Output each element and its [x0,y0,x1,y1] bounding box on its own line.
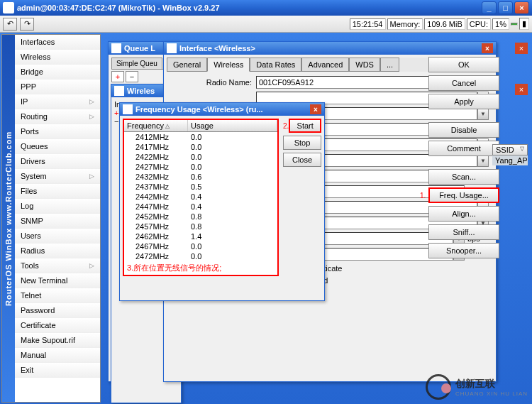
tab-advanced[interactable]: Advanced [301,58,349,72]
freq-col-frequency[interactable]: Frequency △ [124,120,188,131]
queue-add-button[interactable]: + [111,71,124,82]
freq-row[interactable]: 2467MHz0.0 [124,241,277,251]
sidebar-item-ppp[interactable]: PPP [15,80,100,94]
sidebar-item-new-terminal[interactable]: New Terminal [15,273,100,288]
button-ok[interactable]: OK [428,57,499,72]
ssid-header[interactable]: SSID▽ [492,144,528,155]
minimize-button[interactable]: _ [482,1,497,14]
sidebar-item-bridge[interactable]: Bridge [15,65,100,80]
wireless-list-icon [114,86,124,96]
button-cancel[interactable]: Cancel [428,75,499,91]
sidebar: RouterOS WinBox www.RouterClub.com Inter… [1,34,101,403]
sidebar-item-certificate[interactable]: Certificate [15,318,100,333]
freq-col-usage[interactable]: Usage [188,120,277,131]
close-button[interactable]: × [514,1,529,14]
redo-button[interactable]: ↷ [20,18,34,31]
sidebar-item-password[interactable]: Password [15,303,100,318]
ssid-row[interactable]: Yang_AP [492,155,528,165]
tab-moremoremore[interactable]: ... [380,58,399,72]
status-cpu-label: CPU: [467,18,491,30]
freq-row[interactable]: 2417MHz0.0 [124,142,277,152]
button-comment[interactable]: Comment [428,141,499,156]
button-align[interactable]: Align... [428,206,499,222]
sidebar-item-ports[interactable]: Ports [15,124,100,139]
button-sniff[interactable]: Sniff... [428,224,499,240]
freq-row[interactable]: 2447MHz0.4 [124,202,277,212]
undo-button[interactable]: ↶ [3,18,17,31]
freq-usage-prefix: 1. [420,192,426,200]
chevron-right-icon: ▷ [89,173,94,180]
button-snooper[interactable]: Snooper... [428,243,499,258]
sidebar-item-make-supoutrif[interactable]: Make Supout.rif [15,333,100,348]
ssid-list-fragment: SSID▽ Yang_AP [492,144,528,165]
maximize-button[interactable]: □ [498,1,513,14]
sidebar-item-snmp[interactable]: SNMP [15,214,100,229]
freq-row[interactable]: 2432MHz0.6 [124,172,277,182]
app-title: admin@00:03:47:DE:C2:47 (MikroTik) - Win… [17,4,482,12]
tab-simple-queues[interactable]: Simple Queu [111,58,162,69]
sidebar-item-users[interactable]: Users [15,229,100,244]
status-time: 15:21:54 [350,18,386,30]
sidebar-item-ip[interactable]: IP▷ [15,94,100,109]
freq-row[interactable]: 2462MHz1.4 [124,231,277,241]
freq-table: Frequency △ Usage 2412MHz0.02417MHz0.024… [123,119,279,276]
sidebar-item-system[interactable]: System▷ [15,169,100,184]
freq-start-button[interactable]: Start [289,119,321,133]
outer-close-1[interactable]: × [515,43,528,54]
queue-remove-button[interactable]: − [126,71,138,82]
freq-row[interactable]: 2427MHz0.0 [124,162,277,172]
interface-close-button[interactable]: × [482,43,493,53]
tab-data-rates[interactable]: Data Rates [250,58,301,72]
watermark-logo-icon [426,374,451,400]
sidebar-item-exit[interactable]: Exit [15,363,100,378]
sidebar-item-queues[interactable]: Queues [15,139,100,154]
radio-name-label: Radio Name: [171,78,256,87]
freq-row[interactable]: 2472MHz0.0 [124,251,277,261]
freq-row[interactable]: 2422MHz0.0 [124,152,277,162]
tab-wds[interactable]: WDS [349,58,380,72]
button-scan[interactable]: Scan... [428,169,499,185]
freq-row[interactable]: 2457MHz0.8 [124,222,277,231]
freq-title: Frequency Usage <Wireless> (ru... [135,105,310,114]
button-freq.-usage[interactable]: Freq. Usage... [428,187,499,203]
button-apply[interactable]: Apply [428,94,499,109]
button-disable[interactable]: Disable [428,122,499,138]
freq-row[interactable]: 2412MHz0.0 [124,132,277,142]
sidebar-item-manual[interactable]: Manual [15,348,100,363]
freq-row[interactable]: 2442MHz0.4 [124,192,277,202]
freq-row[interactable]: 2452MHz0.8 [124,212,277,222]
queue-icon [111,43,121,53]
sidebar-item-interfaces[interactable]: Interfaces [15,35,100,50]
sidebar-item-telnet[interactable]: Telnet [15,288,100,303]
status-mem-label: Memory: [387,18,423,30]
freq-close-button[interactable]: × [310,104,321,114]
outer-close-2[interactable]: × [515,84,528,95]
sidebar-item-wireless[interactable]: Wireless [15,50,100,65]
start-prefix: 2. [283,122,289,130]
interface-title: Interface <Wireless> [179,44,482,53]
tab-general[interactable]: General [167,58,207,72]
tab-wireless[interactable]: Wireless [207,58,250,72]
watermark-text-1: 创新互联 [455,378,528,391]
chevron-right-icon: ▷ [89,262,94,269]
freq-close-button-2[interactable]: Close [283,153,321,167]
sidebar-item-files[interactable]: Files [15,184,100,199]
watermark: 创新互联 CHUANG XIN HU LIAN [426,374,528,400]
freq-stop-button[interactable]: Stop [283,136,321,150]
sidebar-item-tools[interactable]: Tools▷ [15,258,100,273]
freq-annotation: 3.所在位置无线信号的情况; [124,261,277,275]
freq-icon [123,104,133,114]
status-lock-icon: ▮ [519,18,529,30]
app-icon [3,2,14,13]
sidebar-brand[interactable]: RouterOS WinBox www.RouterClub.com [2,35,15,402]
freq-row[interactable]: 2437MHz0.5 [124,182,277,192]
sidebar-menu: InterfacesWirelessBridgePPPIP▷Routing▷Po… [15,35,100,402]
status-cpu: 1% [492,18,509,30]
sidebar-item-log[interactable]: Log [15,199,100,214]
main-area: RouterOS WinBox www.RouterClub.com Inter… [0,33,532,404]
app-toolbar: ↶ ↷ 15:21:54 Memory: 109.6 MiB CPU: 1% ▮ [0,16,532,33]
sidebar-item-drivers[interactable]: Drivers [15,154,100,169]
sidebar-item-radius[interactable]: Radius [15,244,100,258]
status-mem: 109.6 MiB [424,18,465,30]
sidebar-item-routing[interactable]: Routing▷ [15,109,100,124]
